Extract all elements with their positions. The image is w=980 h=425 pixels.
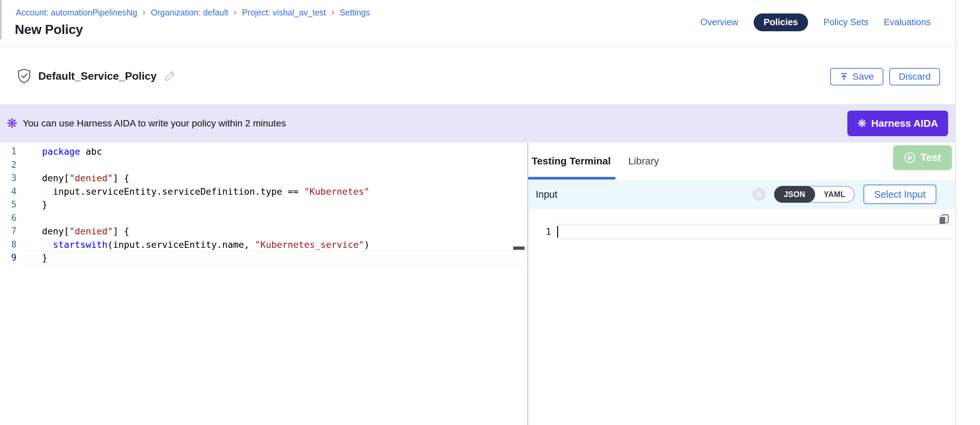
code-token: input.serviceEntity.serviceDefinition.ty… — [42, 186, 304, 197]
aida-button-label: Harness AIDA — [871, 118, 938, 129]
code-line-text: deny["denied"] { — [25, 171, 527, 185]
discard-label: Discard — [899, 71, 931, 82]
input-editor[interactable]: 1 — [528, 209, 955, 425]
line-number: 3 — [0, 171, 25, 185]
code-token: startswith — [53, 240, 108, 250]
policy-code-editor[interactable]: 1package abc23deny["denied"] {4 input.se… — [0, 142, 527, 425]
page-title: New Policy — [15, 22, 83, 37]
select-input-button[interactable]: Select Input — [864, 185, 936, 204]
code-line-text — [25, 211, 527, 225]
input-line-content[interactable] — [557, 224, 952, 240]
test-button[interactable]: Test — [893, 145, 952, 170]
page-header: Account: automationPipelinesNg›Organizat… — [0, 0, 955, 47]
policy-toolbar: Default_Service_Policy Save — [0, 48, 955, 104]
line-number: 2 — [0, 158, 25, 172]
breadcrumb-item[interactable]: Account: automationPipelinesNg — [16, 8, 137, 18]
breadcrumb: Account: automationPipelinesNg›Organizat… — [16, 7, 370, 18]
code-line[interactable]: 2 — [0, 158, 527, 172]
aida-banner: ❋ You can use Harness AIDA to write your… — [0, 104, 955, 142]
line-number: 7 — [0, 225, 25, 238]
code-line[interactable]: 7deny["denied"] { — [0, 225, 527, 238]
code-token: deny[ — [42, 226, 69, 236]
code-lines: 1package abc23deny["denied"] {4 input.se… — [0, 145, 527, 265]
testing-terminal-panel: Testing TerminalLibrary Test Input — [528, 142, 955, 425]
code-line-text: } — [25, 198, 527, 211]
code-token: ) — [364, 240, 369, 250]
code-token: ] { — [113, 173, 129, 183]
aida-flower-icon: ❋ — [7, 117, 18, 130]
select-input-label: Select Input — [874, 189, 926, 200]
save-label: Save — [853, 71, 874, 82]
discard-button[interactable]: Discard — [889, 68, 940, 85]
code-line[interactable]: 9} — [0, 251, 527, 265]
content-area: 1package abc23deny["denied"] {4 input.se… — [0, 142, 955, 425]
code-line-text: } — [25, 251, 527, 265]
overview-ruler-cursor-mark — [513, 246, 525, 250]
code-token: } — [42, 200, 47, 210]
code-line-text: deny["denied"] { — [25, 225, 527, 238]
code-line[interactable]: 3deny["denied"] { — [0, 171, 527, 185]
input-header-controls: JSONYAML Select Input — [752, 179, 936, 209]
play-circle-icon — [904, 152, 916, 164]
code-line[interactable]: 1package abc — [0, 145, 527, 158]
terminal-tabs: Testing TerminalLibrary — [528, 142, 659, 179]
nav-overview[interactable]: Overview — [700, 17, 738, 27]
code-line-text — [25, 158, 527, 172]
breadcrumb-separator: › — [234, 7, 237, 18]
code-token: package — [42, 146, 80, 157]
line-number: 4 — [0, 185, 25, 198]
upload-icon — [840, 72, 848, 81]
line-number: 5 — [0, 198, 25, 211]
nav-evaluations[interactable]: Evaluations — [884, 17, 931, 27]
input-label: Input — [536, 189, 557, 200]
code-line-text: startswith(input.serviceEntity.name, "Ku… — [25, 238, 527, 251]
code-token: "denied" — [69, 226, 113, 236]
code-token: } — [42, 252, 47, 263]
line-number: 1 — [0, 145, 25, 158]
breadcrumb-item[interactable]: Settings — [340, 8, 370, 18]
module-nav: OverviewPoliciesPolicy SetsEvaluations — [700, 13, 931, 32]
code-line[interactable]: 4 input.serviceEntity.serviceDefinition.… — [0, 185, 527, 198]
code-token: (input.serviceEntity.name, — [107, 240, 255, 250]
code-token: "Kubernetes_service" — [255, 240, 364, 250]
code-line[interactable]: 5} — [0, 198, 527, 211]
toolbar-actions: Save Discard — [830, 68, 940, 85]
nav-policies[interactable]: Policies — [754, 13, 808, 31]
input-line-number: 1 — [528, 224, 557, 240]
edit-pencil-icon[interactable] — [164, 70, 176, 82]
tab-library[interactable]: Library — [628, 142, 659, 179]
line-number: 8 — [0, 238, 25, 251]
policy-name: Default_Service_Policy — [38, 70, 156, 82]
format-option-json[interactable]: JSON — [774, 186, 815, 203]
app-frame: Account: automationPipelinesNg›Organizat… — [0, 0, 956, 425]
code-line[interactable]: 8 startswith(input.serviceEntity.name, "… — [0, 238, 527, 251]
code-token: ] { — [113, 226, 129, 236]
save-button[interactable]: Save — [830, 68, 883, 85]
line-number: 9 — [0, 251, 25, 265]
code-line[interactable]: 6 — [0, 211, 527, 225]
breadcrumb-separator: › — [142, 7, 145, 18]
breadcrumb-item[interactable]: Organization: default — [151, 8, 228, 18]
aida-banner-message: You can use Harness AIDA to write your p… — [23, 118, 286, 129]
text-cursor — [557, 226, 558, 238]
tab-testing-terminal[interactable]: Testing Terminal — [531, 142, 611, 179]
code-token: deny[ — [42, 173, 69, 183]
git-branch-icon — [752, 188, 765, 201]
line-number: 6 — [0, 211, 25, 225]
policy-shield-check-icon — [18, 69, 31, 83]
code-token: abc — [80, 146, 102, 157]
terminal-tabs-row: Testing TerminalLibrary Test — [528, 142, 955, 179]
format-toggle: JSONYAML — [774, 186, 855, 203]
policy-name-row: Default_Service_Policy — [18, 48, 176, 104]
breadcrumb-separator: › — [331, 7, 334, 18]
breadcrumb-item[interactable]: Project: vishal_av_test — [242, 8, 326, 18]
format-option-yaml[interactable]: YAML — [815, 187, 854, 202]
left-edge-strip — [0, 0, 2, 39]
aida-button-flower-icon: ❋ — [858, 118, 867, 129]
code-line-text: input.serviceEntity.serviceDefinition.ty… — [25, 185, 527, 198]
harness-aida-button[interactable]: ❋ Harness AIDA — [847, 110, 948, 136]
test-button-label: Test — [921, 152, 941, 164]
code-token — [42, 240, 53, 250]
input-editor-current-line[interactable]: 1 — [528, 224, 952, 240]
nav-policy-sets[interactable]: Policy Sets — [824, 17, 869, 27]
